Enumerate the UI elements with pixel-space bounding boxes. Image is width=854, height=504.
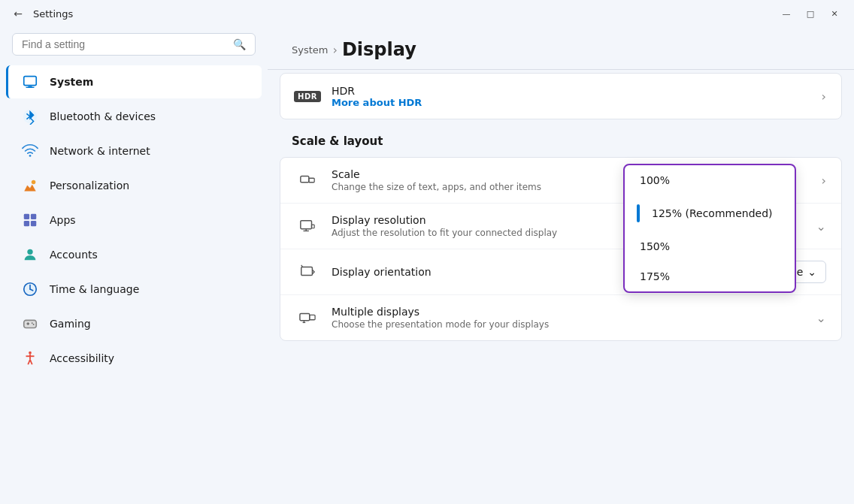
svg-point-20 (33, 324, 35, 325)
hdr-badge: HDR (294, 91, 321, 102)
sidebar-label-gaming: Gaming (50, 318, 91, 330)
sidebar-label-network: Network & internet (50, 145, 150, 157)
resolution-action: ⌄ (816, 219, 826, 234)
sidebar-label-accessibility: Accessibility (50, 352, 114, 364)
svg-rect-0 (24, 77, 37, 86)
svg-rect-16 (24, 320, 37, 327)
orientation-icon (295, 260, 319, 284)
main-layout: 🔍 System (0, 27, 854, 504)
sidebar-label-personalization: Personalization (50, 180, 129, 192)
sidebar-item-gaming[interactable]: Gaming (6, 307, 262, 340)
sidebar-item-system[interactable]: System (6, 65, 262, 98)
titlebar: ← Settings — □ ✕ (0, 0, 854, 27)
scale-option-175[interactable]: 175% (625, 261, 795, 291)
svg-rect-31 (312, 225, 315, 228)
svg-rect-27 (309, 178, 314, 183)
accessibility-icon (21, 349, 39, 367)
sidebar-item-apps[interactable]: Apps (6, 204, 262, 237)
sidebar-item-personalization[interactable]: Personalization (6, 169, 262, 202)
scale-action: › (822, 174, 826, 188)
search-box[interactable]: 🔍 (12, 33, 256, 56)
time-icon (21, 280, 39, 298)
multiple-displays-action: ⌄ (816, 311, 826, 325)
scale-option-150[interactable]: 150% (625, 231, 795, 261)
svg-point-7 (32, 180, 36, 185)
accounts-icon (21, 246, 39, 264)
orientation-chevron-icon: ⌄ (807, 266, 816, 278)
breadcrumb-parent: System (292, 44, 328, 56)
svg-point-21 (29, 352, 32, 355)
sidebar-label-apps: Apps (50, 214, 76, 226)
svg-rect-8 (24, 214, 29, 219)
scale-option-175-label: 175% (640, 270, 670, 282)
svg-rect-33 (300, 314, 310, 321)
multiple-displays-row[interactable]: Multiple displays Choose the presentatio… (280, 295, 841, 340)
scale-row[interactable]: Scale Change the size of text, apps, and… (280, 158, 841, 204)
svg-rect-9 (31, 214, 36, 219)
svg-rect-32 (301, 267, 313, 276)
sidebar-item-accessibility[interactable]: Accessibility (6, 342, 262, 375)
scale-icon (295, 168, 319, 192)
multiple-displays-text: Multiple displays Choose the presentatio… (332, 306, 804, 330)
system-icon (21, 73, 39, 91)
sidebar-item-network[interactable]: Network & internet (6, 134, 262, 167)
scale-option-100[interactable]: 100% (625, 165, 795, 195)
hdr-chevron-icon: › (822, 89, 826, 104)
personalization-icon (21, 177, 39, 195)
svg-rect-26 (301, 177, 309, 183)
sidebar-item-time[interactable]: Time & language (6, 273, 262, 306)
selected-indicator (637, 204, 640, 222)
svg-rect-34 (310, 315, 315, 319)
minimize-button[interactable]: — (776, 6, 797, 21)
sidebar-label-accounts: Accounts (50, 249, 98, 261)
sidebar-item-bluetooth[interactable]: Bluetooth & devices (6, 100, 262, 133)
hdr-text: HDR More about HDR (332, 85, 810, 108)
scale-option-150-label: 150% (640, 240, 670, 252)
svg-rect-10 (24, 221, 29, 226)
search-icon: 🔍 (233, 38, 246, 50)
hdr-card: HDR HDR More about HDR › (280, 73, 842, 119)
svg-point-12 (27, 249, 32, 255)
window-controls: — □ ✕ (776, 6, 845, 21)
multiple-displays-icon (295, 306, 319, 330)
hdr-action: › (822, 89, 826, 104)
sidebar-item-accounts[interactable]: Accounts (6, 238, 262, 271)
resolution-chevron-icon: ⌄ (816, 219, 826, 234)
hdr-icon: HDR (295, 84, 319, 108)
header-divider (268, 69, 854, 70)
maximize-button[interactable]: □ (800, 6, 821, 21)
scale-layout-card: Scale Change the size of text, apps, and… (280, 157, 842, 341)
search-container: 🔍 (0, 27, 268, 65)
content-area: System › Display HDR HDR More about HDR … (268, 27, 854, 504)
sidebar-label-system: System (50, 76, 93, 88)
sidebar-label-bluetooth: Bluetooth & devices (50, 110, 156, 122)
multiple-displays-title: Multiple displays (332, 306, 804, 318)
multiple-displays-chevron-icon: ⌄ (816, 311, 826, 325)
svg-point-19 (32, 322, 33, 324)
network-icon (21, 142, 39, 160)
hdr-title: HDR (332, 85, 810, 97)
bluetooth-icon (21, 107, 39, 125)
scale-layout-header: Scale & layout (268, 122, 854, 154)
hdr-link[interactable]: More about HDR (332, 97, 810, 108)
svg-rect-28 (301, 221, 312, 229)
close-button[interactable]: ✕ (824, 6, 845, 21)
back-button[interactable]: ← (9, 5, 27, 23)
scale-chevron-icon: › (822, 174, 826, 188)
hdr-row[interactable]: HDR HDR More about HDR › (280, 74, 841, 119)
svg-line-25 (30, 360, 32, 364)
resolution-icon (295, 214, 319, 238)
app-title: Settings (33, 8, 73, 20)
breadcrumb-separator: › (332, 43, 337, 57)
scale-option-100-label: 100% (640, 174, 670, 186)
scale-dropdown[interactable]: 100% 125% (Recommended) 150% 175% (623, 164, 796, 293)
apps-icon (21, 211, 39, 229)
search-input[interactable] (22, 38, 227, 50)
sidebar-label-time: Time & language (50, 283, 139, 295)
scale-option-125-label: 125% (Recommended) (652, 207, 773, 219)
sidebar: 🔍 System (0, 27, 268, 504)
scale-option-125[interactable]: 125% (Recommended) (625, 195, 795, 231)
svg-point-6 (29, 155, 32, 157)
gaming-icon (21, 315, 39, 333)
breadcrumb-current: Display (342, 39, 416, 60)
